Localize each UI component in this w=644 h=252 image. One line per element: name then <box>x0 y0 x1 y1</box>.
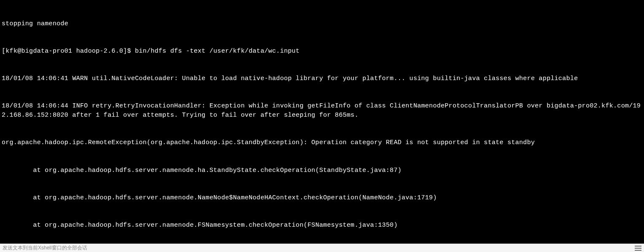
terminal-line: 18/01/08 14:06:44 INFO retry.RetryInvoca… <box>2 102 642 120</box>
bottom-input-bar: 发送文本到当前Xshell窗口的全部会话 <box>0 244 644 252</box>
terminal-line: [kfk@bigdata-pro01 hadoop-2.6.0]$ bin/hd… <box>2 47 642 56</box>
terminal-line: stopping namenode <box>2 19 642 29</box>
terminal-line: at org.apache.hadoop.hdfs.server.namenod… <box>2 221 642 230</box>
broadcast-input-placeholder[interactable]: 发送文本到当前Xshell窗口的全部会话 <box>3 244 635 252</box>
terminal-line: at org.apache.hadoop.hdfs.server.namenod… <box>2 166 642 175</box>
terminal-line: at org.apache.hadoop.hdfs.server.namenod… <box>2 193 642 203</box>
terminal-line: 18/01/08 14:06:41 WARN util.NativeCodeLo… <box>2 74 642 83</box>
hamburger-menu-icon[interactable] <box>635 246 641 251</box>
terminal-line: org.apache.hadoop.ipc.RemoteException(or… <box>2 138 642 147</box>
terminal-output[interactable]: stopping namenode [kfk@bigdata-pro01 had… <box>0 0 644 244</box>
